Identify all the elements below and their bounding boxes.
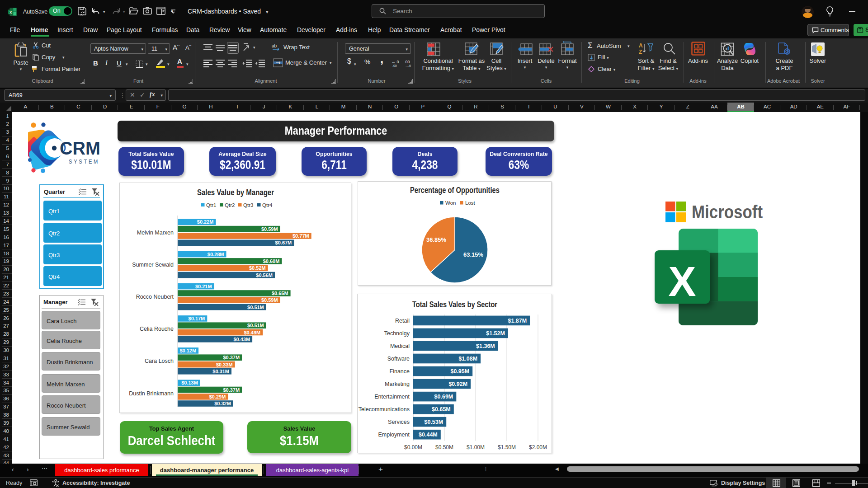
svg-text:Won: Won	[445, 200, 456, 206]
svg-text:36.85%: 36.85%	[426, 236, 447, 243]
svg-text:$0.28M: $0.28M	[208, 252, 224, 257]
svg-text:Dustin Brinkmann: Dustin Brinkmann	[129, 390, 174, 397]
svg-text:$0.95M: $0.95M	[450, 368, 469, 375]
svg-text:$0.60M: $0.60M	[263, 258, 280, 264]
svg-text:$0.13M: $0.13M	[181, 380, 198, 385]
svg-text:Telecommunications: Telecommunications	[359, 406, 410, 413]
svg-text:$0.17M: $0.17M	[189, 316, 205, 321]
svg-text:$1.08M: $1.08M	[458, 356, 477, 362]
svg-text:$0.49M: $0.49M	[244, 330, 260, 335]
svg-text:$0.59M: $0.59M	[261, 226, 278, 232]
svg-text:Marketing: Marketing	[385, 381, 410, 387]
svg-text:$0.22M: $0.22M	[197, 219, 214, 225]
svg-text:$0.59M: $0.59M	[261, 297, 278, 303]
svg-text:ab: ab	[272, 43, 277, 48]
svg-text:$2.00M: $2.00M	[529, 444, 547, 450]
svg-text:→.0: →.0	[405, 64, 411, 67]
svg-text:$0.67M: $0.67M	[275, 240, 292, 245]
svg-text:$0.31M: $0.31M	[212, 369, 229, 374]
svg-text:$0.21M: $0.21M	[195, 284, 212, 289]
svg-text:$1.87M: $1.87M	[508, 318, 527, 324]
svg-text:$0.65M: $0.65M	[272, 291, 288, 296]
svg-text:Lost: Lost	[465, 200, 476, 206]
svg-text:$0.37M: $0.37M	[223, 355, 240, 360]
svg-text:Celia Rouche: Celia Rouche	[140, 326, 174, 332]
svg-text:$1.50M: $1.50M	[498, 444, 516, 450]
svg-text:Technolgy: Technolgy	[384, 330, 410, 337]
svg-text:x: x	[9, 10, 12, 14]
svg-text:Melvin Marxen: Melvin Marxen	[137, 230, 174, 236]
svg-text:Entertainment: Entertainment	[374, 394, 410, 400]
svg-text:Qtr3: Qtr3	[243, 202, 253, 208]
svg-text:Software: Software	[387, 356, 410, 362]
svg-text:$0.50M: $0.50M	[435, 444, 453, 450]
svg-text:$0.65M: $0.65M	[432, 406, 451, 413]
svg-text:$0.53M: $0.53M	[424, 419, 443, 425]
svg-text:Z: Z	[639, 49, 642, 55]
svg-text:Medical: Medical	[390, 343, 410, 349]
svg-text:Percentage of Opportunities: Percentage of Opportunities	[410, 186, 500, 195]
svg-text:$0.00M: $0.00M	[404, 444, 422, 450]
svg-text:$0.52M: $0.52M	[249, 265, 266, 271]
svg-text:Services: Services	[388, 419, 410, 425]
svg-text:Employment: Employment	[378, 432, 410, 438]
svg-text:$0.44M: $0.44M	[419, 432, 438, 438]
svg-text:$0.77M: $0.77M	[292, 233, 309, 239]
svg-text:SYSTEM: SYSTEM	[69, 159, 99, 165]
svg-text:X: X	[668, 258, 696, 305]
svg-text:$0.33M: $0.33M	[216, 362, 233, 367]
svg-text:$1.36M: $1.36M	[476, 343, 495, 349]
svg-text:Cara Losch: Cara Losch	[145, 358, 174, 364]
svg-text:←.0: ←.0	[392, 60, 399, 64]
svg-text:$1.00M: $1.00M	[467, 444, 485, 450]
svg-text:.00: .00	[404, 60, 410, 64]
svg-text:$1.52M: $1.52M	[486, 330, 505, 337]
svg-text:Summer Sewald: Summer Sewald	[132, 262, 174, 268]
svg-text:Sales Value by Manager: Sales Value by Manager	[197, 188, 274, 197]
svg-text:$0.37M: $0.37M	[223, 387, 240, 393]
svg-text:Retail: Retail	[395, 318, 410, 324]
svg-text:63.15%: 63.15%	[463, 251, 484, 258]
svg-text:A: A	[639, 42, 643, 49]
svg-text:Total Sales Vales by Sector: Total Sales Vales by Sector	[412, 300, 497, 309]
svg-text:$0.29M: $0.29M	[209, 394, 226, 399]
svg-text:$0.12M: $0.12M	[179, 348, 196, 353]
svg-text:.00: .00	[392, 64, 397, 67]
svg-text:$0.92M: $0.92M	[448, 381, 467, 387]
svg-text:$0.43M: $0.43M	[233, 337, 250, 342]
svg-text:Qtr2: Qtr2	[225, 202, 235, 208]
svg-text:CRM: CRM	[60, 138, 100, 159]
svg-text:Qtr1: Qtr1	[206, 202, 216, 208]
svg-text:Qtr4: Qtr4	[262, 202, 273, 208]
svg-text:$0.51M: $0.51M	[247, 323, 264, 328]
svg-text:$0.56M: $0.56M	[256, 272, 273, 278]
svg-text:$0.32M: $0.32M	[214, 401, 231, 406]
svg-text:Microsoft: Microsoft	[692, 202, 763, 222]
svg-text:Rocco Neubert: Rocco Neubert	[136, 294, 174, 300]
svg-text:Finance: Finance	[390, 368, 410, 375]
svg-text:$0.51M: $0.51M	[247, 305, 264, 310]
svg-text:$0.69M: $0.69M	[434, 394, 453, 400]
